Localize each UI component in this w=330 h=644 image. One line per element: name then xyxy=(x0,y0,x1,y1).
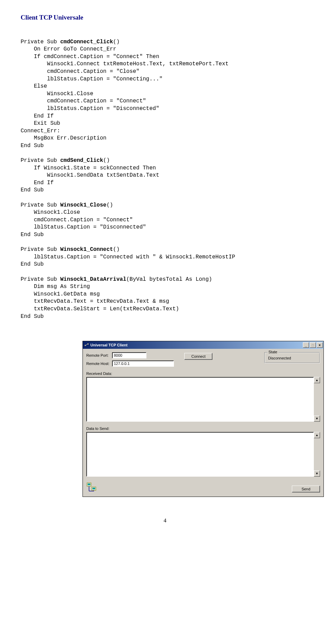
page-number: 4 xyxy=(21,518,309,524)
send-button[interactable]: Send xyxy=(292,486,320,492)
received-data-textarea[interactable] xyxy=(86,377,314,422)
remote-port-label: Remote Port: xyxy=(86,353,109,357)
scroll-down-button[interactable]: ▼ xyxy=(314,470,320,477)
window-title: Universal TCP Client xyxy=(90,343,128,347)
send-data-textarea[interactable] xyxy=(86,432,314,477)
scroll-down-button[interactable]: ▼ xyxy=(314,415,320,422)
remote-host-label: Remote Host: xyxy=(86,362,109,366)
state-legend: State xyxy=(267,350,278,354)
received-data-label: Received Data: xyxy=(86,371,320,376)
svg-rect-0 xyxy=(85,345,86,346)
state-value: Disconnected xyxy=(268,356,291,360)
remote-port-input[interactable]: 8000 xyxy=(112,352,146,358)
network-icon xyxy=(86,481,97,492)
svg-rect-1 xyxy=(87,343,89,345)
page-title: Client TCP Universale xyxy=(21,14,309,21)
app-icon xyxy=(84,343,89,347)
svg-rect-4 xyxy=(88,484,90,485)
svg-rect-6 xyxy=(92,488,95,489)
state-groupbox: State Disconnected xyxy=(264,352,320,363)
send-data-label: Data to Send: xyxy=(86,426,320,431)
svg-line-2 xyxy=(86,344,87,345)
minimize-button[interactable]: _ xyxy=(303,342,309,348)
titlebar: Universal TCP Client _ □ × xyxy=(83,341,323,349)
app-window: Universal TCP Client _ □ × Remote Port: … xyxy=(82,341,324,497)
close-button[interactable]: × xyxy=(317,342,323,348)
scroll-up-button[interactable]: ▲ xyxy=(314,377,320,383)
connect-button[interactable]: Connect xyxy=(184,353,212,360)
scroll-up-button[interactable]: ▲ xyxy=(314,432,320,438)
code-listing: Private Sub cmdConnect_Click() On Error … xyxy=(21,31,309,320)
remote-host-input[interactable]: 127.0.0.1 xyxy=(112,360,174,367)
maximize-button[interactable]: □ xyxy=(310,342,316,348)
